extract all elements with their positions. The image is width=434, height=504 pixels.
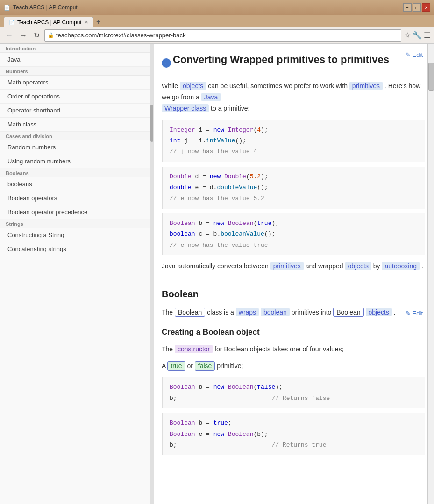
constructor-desc-1: The: [162, 345, 173, 353]
term-boolean-obj[interactable]: Boolean: [333, 308, 363, 317]
menu-icon[interactable]: ☰: [424, 31, 430, 40]
autobox-paragraph: Java automatically converts between prim…: [162, 261, 425, 272]
sidebar-item[interactable]: Boolean operator precedence: [0, 205, 154, 219]
restore-button[interactable]: □: [413, 3, 421, 12]
four-values-text-or: or: [187, 362, 192, 370]
tab-title: Teach APCS | AP Comput: [17, 19, 82, 26]
page-header: ← Converting Wrapped primitives to primi…: [162, 51, 425, 74]
back-arrow-icon[interactable]: ←: [162, 58, 171, 68]
nav-icons: ☆ 🔧 ☰: [404, 31, 430, 40]
boolean-desc-1: The: [162, 308, 173, 316]
sidebar-scrollbar-thumb: [150, 105, 153, 142]
term-boolean-type[interactable]: boolean: [261, 308, 290, 316]
bookmark-icon[interactable]: ☆: [404, 31, 411, 40]
lock-icon: 🔒: [48, 32, 54, 38]
sidebar-section-header: Cases and division: [0, 132, 154, 140]
sidebar-item[interactable]: booleans: [0, 177, 154, 191]
page-icon: 📄: [4, 5, 10, 11]
term-objects-2[interactable]: objects: [345, 262, 371, 270]
sidebar-section-header: Strings: [0, 219, 154, 228]
term-primitives[interactable]: primitives: [349, 82, 383, 90]
sidebar-section-header: Introduction: [0, 44, 154, 53]
section-boolean-title: Boolean: [162, 287, 425, 301]
close-button[interactable]: ✕: [422, 3, 430, 12]
main-content: ← Converting Wrapped primitives to primi…: [154, 44, 434, 504]
term-wrapper[interactable]: Wrapper class: [162, 104, 209, 112]
boolean-desc-2: class is a: [207, 308, 234, 316]
sidebar-item[interactable]: Order of operations: [0, 90, 154, 104]
sidebar-item[interactable]: Operator shorthand: [0, 104, 154, 118]
term-primitives-2[interactable]: primitives: [270, 262, 304, 270]
sidebar-item[interactable]: Concatenating strings: [0, 242, 154, 256]
sidebar-scroll[interactable]: IntroductionJavaNumbersMath operatorsOrd…: [0, 44, 154, 504]
sidebar-section-header: Booleans: [0, 168, 154, 177]
page-wrap: IntroductionJavaNumbersMath operatorsOrd…: [0, 44, 434, 504]
divider-1: [162, 278, 425, 278]
tab-bar: 📄 Teach APCS | AP Comput ✕ +: [0, 15, 434, 27]
nav-bar: ← → ↻ 🔒 ☆ 🔧 ☰: [0, 27, 434, 44]
intro-text-1: While: [162, 82, 178, 90]
back-button[interactable]: ←: [4, 30, 15, 41]
four-values-description: A true or false primitive;: [162, 361, 425, 372]
term-false[interactable]: false: [195, 361, 215, 371]
title-bar: 📄 Teach APCS | AP Comput − □ ✕: [0, 0, 434, 15]
sidebar-scrollbar-track: [150, 44, 154, 504]
edit-button-2[interactable]: ✎ Edit: [406, 310, 423, 317]
term-objects[interactable]: objects: [180, 82, 206, 90]
minimize-button[interactable]: −: [403, 3, 412, 12]
extension-icon[interactable]: 🔧: [413, 31, 422, 40]
right-scrollbar-thumb[interactable]: [428, 63, 434, 91]
sidebar: IntroductionJavaNumbersMath operatorsOrd…: [0, 44, 154, 504]
code-block-boolean-false: Boolean b = new Boolean(false); b; // Re…: [162, 377, 425, 408]
sidebar-items: IntroductionJavaNumbersMath operatorsOrd…: [0, 44, 154, 256]
right-scrollbar-track[interactable]: [427, 44, 434, 504]
intro-text-2: can be useful, sometimes we prefer to wo…: [208, 82, 348, 90]
intro-paragraph: While objects can be useful, sometimes w…: [162, 81, 425, 114]
sidebar-item[interactable]: Math operators: [0, 76, 154, 90]
sidebar-item[interactable]: Constructing a String: [0, 228, 154, 242]
address-bar-container: 🔒: [44, 29, 401, 42]
code-block-integer: Integer i = new Integer(4); int j = i.in…: [162, 120, 425, 162]
tab-favicon: 📄: [9, 20, 14, 25]
edit-button-1[interactable]: ✎ Edit: [406, 51, 423, 58]
code-block-boolean-class: Boolean b = new Boolean(true); boolean c…: [162, 213, 425, 255]
four-values-desc: A: [162, 362, 166, 370]
code-block-double: Double d = new Double(5.2); double e = d…: [162, 167, 425, 209]
term-java[interactable]: Java: [201, 93, 221, 101]
autobox-text-3: by: [373, 262, 380, 270]
term-autoboxing[interactable]: autoboxing: [382, 262, 420, 270]
sidebar-section-header: Numbers: [0, 67, 154, 76]
term-true[interactable]: true: [167, 361, 185, 371]
term-constructor[interactable]: constructor: [175, 345, 213, 353]
intro-term-primitive: to a primitive:: [211, 105, 249, 112]
sidebar-item[interactable]: Boolean operators: [0, 191, 154, 205]
page-title: Converting Wrapped primitives to primiti…: [173, 51, 389, 68]
term-objects-3[interactable]: objects: [366, 308, 392, 316]
four-values-text-end: primitive;: [217, 362, 243, 370]
term-boolean-class[interactable]: Boolean: [175, 308, 205, 317]
autobox-text-2: and wrapped: [306, 262, 343, 270]
new-tab-button[interactable]: +: [93, 17, 104, 27]
sidebar-item[interactable]: Using random numbers: [0, 154, 154, 168]
term-wraps[interactable]: wraps: [236, 308, 259, 316]
tab-close-icon[interactable]: ✕: [85, 20, 88, 25]
autobox-text-4: .: [421, 262, 423, 270]
sidebar-item[interactable]: Java: [0, 53, 154, 67]
boolean-desc-4: .: [394, 308, 396, 316]
constructor-desc-2: for Boolean objects takes one of four va…: [214, 345, 343, 353]
window-controls: − □ ✕: [403, 3, 430, 12]
forward-button[interactable]: →: [18, 30, 29, 41]
boolean-description: The Boolean class is a wraps boolean pri…: [162, 307, 425, 318]
boolean-desc-3: primitives into: [292, 308, 332, 316]
title-bar-text: Teach APCS | AP Comput: [13, 4, 78, 11]
active-tab[interactable]: 📄 Teach APCS | AP Comput ✕: [4, 17, 93, 27]
address-bar[interactable]: [56, 32, 398, 39]
refresh-button[interactable]: ↻: [32, 30, 42, 41]
constructor-description: The constructor for Boolean objects take…: [162, 344, 425, 355]
autobox-text-1: Java automatically converts between: [162, 262, 269, 270]
sidebar-item[interactable]: Math class: [0, 118, 154, 132]
code-block-boolean-true: Boolean b = true; Boolean c = new Boolea…: [162, 413, 425, 455]
sidebar-item[interactable]: Random numbers: [0, 140, 154, 154]
subsection-title-creating: Creating a Boolean object: [162, 326, 425, 338]
